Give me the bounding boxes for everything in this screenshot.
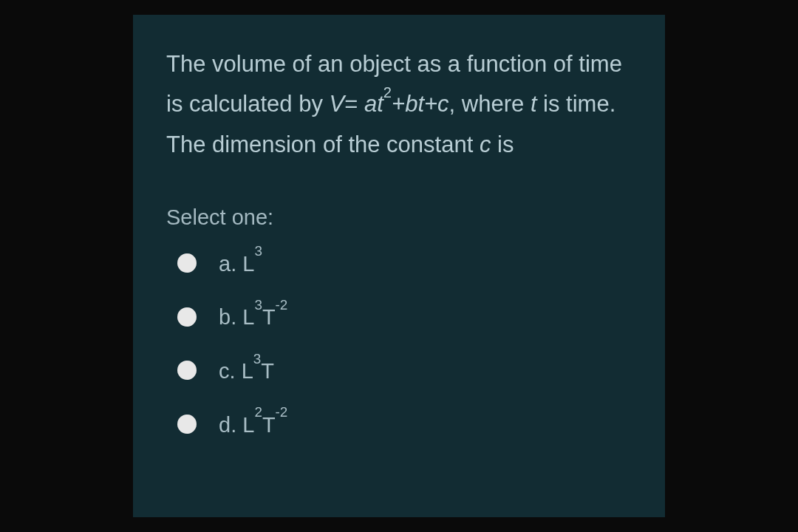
- option-d[interactable]: d. L2T-2: [177, 412, 632, 437]
- question-var: V: [330, 91, 345, 117]
- option-a-label: a. L3: [219, 250, 262, 276]
- question-var: at: [364, 91, 383, 117]
- question-card: The volume of an object as a function of…: [133, 15, 665, 517]
- option-b[interactable]: b. L3T-2: [177, 304, 632, 330]
- select-one-label: Select one:: [166, 205, 632, 230]
- question-part: is: [491, 132, 514, 157]
- option-sup: 2: [254, 404, 262, 420]
- question-var: t: [531, 91, 537, 117]
- question-var: c: [480, 132, 491, 157]
- option-letter: a.: [219, 251, 242, 275]
- option-base: L: [242, 305, 254, 329]
- question-part: +bt+c: [392, 91, 449, 117]
- question-text: The volume of an object as a function of…: [166, 44, 632, 165]
- option-sup: -2: [276, 297, 288, 313]
- question-sup: 2: [383, 84, 392, 100]
- radio-icon: [177, 307, 197, 327]
- option-d-label: d. L2T-2: [219, 412, 287, 437]
- option-base: T: [262, 412, 276, 436]
- option-sup: 3: [253, 351, 261, 366]
- option-letter: c.: [219, 359, 242, 383]
- option-letter: b.: [219, 305, 242, 329]
- option-c[interactable]: c. L3T: [177, 358, 632, 383]
- radio-icon: [177, 361, 197, 380]
- option-base: L: [242, 251, 254, 275]
- option-a[interactable]: a. L3: [177, 250, 632, 276]
- radio-icon: [177, 415, 197, 434]
- question-part: =: [344, 91, 364, 117]
- option-sup: -2: [276, 404, 288, 420]
- option-base: L: [242, 412, 254, 436]
- option-b-label: b. L3T-2: [219, 304, 287, 330]
- option-base: T: [261, 359, 274, 383]
- option-base: T: [262, 305, 276, 329]
- option-c-label: c. L3T: [219, 358, 274, 383]
- question-part: , where: [449, 91, 531, 117]
- radio-icon: [177, 253, 197, 273]
- option-base: L: [242, 359, 253, 383]
- option-sup: 3: [254, 243, 262, 259]
- options-list: a. L3 b. L3T-2 c. L3T d. L2T-2: [166, 250, 632, 437]
- option-letter: d.: [219, 412, 242, 436]
- option-sup: 3: [254, 297, 262, 313]
